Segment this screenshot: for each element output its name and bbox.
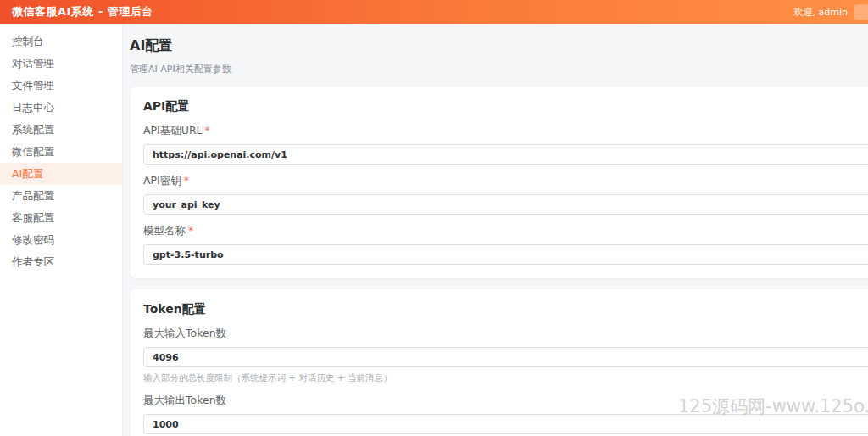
- sidebar-item-system-config[interactable]: 系统配置: [0, 119, 122, 141]
- model-name-input[interactable]: [143, 244, 868, 265]
- sidebar-item-author-zone[interactable]: 作者专区: [0, 251, 122, 273]
- welcome-text: 欢迎, admin: [794, 6, 848, 19]
- max-output-tokens-input[interactable]: [143, 414, 868, 434]
- required-asterisk: *: [205, 124, 210, 137]
- field-label: 最大输入Token数: [143, 327, 868, 341]
- sidebar-item-conversations[interactable]: 对话管理: [0, 53, 122, 75]
- api-config-card: API配置 API基础URL* API密钥* 模型名称*: [130, 87, 868, 278]
- required-asterisk: *: [188, 224, 193, 237]
- card-title-token-config: Token配置: [143, 302, 868, 317]
- max-input-tokens-input[interactable]: [143, 347, 868, 367]
- page-subtitle: 管理AI API相关配置参数: [130, 63, 868, 75]
- api-base-url-input[interactable]: [143, 144, 868, 165]
- field-api-base-url: API基础URL*: [143, 124, 868, 165]
- field-model-name: 模型名称*: [143, 224, 868, 265]
- card-title-api-config: API配置: [143, 99, 868, 115]
- token-config-card: Token配置 最大输入Token数 输入部分的总长度限制（系统提示词 + 对话…: [130, 289, 868, 436]
- sidebar-item-logs[interactable]: 日志中心: [0, 97, 122, 119]
- sidebar: 控制台 对话管理 文件管理 日志中心 系统配置 微信配置 AI配置 产品配置 客…: [0, 24, 123, 436]
- sidebar-item-change-password[interactable]: 修改密码: [0, 229, 122, 251]
- sidebar-item-service-config[interactable]: 客服配置: [0, 207, 122, 229]
- sidebar-item-files[interactable]: 文件管理: [0, 75, 122, 97]
- sidebar-item-ai-config[interactable]: AI配置: [0, 163, 122, 185]
- sidebar-item-wechat-config[interactable]: 微信配置: [0, 141, 122, 163]
- page-title: AI配置: [130, 37, 868, 55]
- sidebar-item-product-config[interactable]: 产品配置: [0, 185, 122, 207]
- app-title: 微信客服AI系统 - 管理后台: [12, 4, 153, 20]
- field-label: 最大输出Token数: [143, 394, 868, 408]
- field-help-text: 输入部分的总长度限制（系统提示词 + 对话历史 + 当前消息）: [143, 372, 868, 384]
- field-max-output-tokens: 最大输出Token数 AI回复的最大长度（与输入限制分开）: [143, 394, 868, 436]
- field-label: 模型名称*: [143, 224, 868, 238]
- field-label: API密钥*: [143, 174, 868, 188]
- main-content: AI配置 管理AI API相关配置参数 API配置 API基础URL* API密…: [123, 24, 868, 436]
- required-asterisk: *: [184, 174, 189, 187]
- api-key-input[interactable]: [143, 194, 868, 215]
- admin-page: 微信客服AI系统 - 管理后台 欢迎, admin 控制台 对话管理 文件管理 …: [0, 0, 868, 436]
- field-max-input-tokens: 最大输入Token数 输入部分的总长度限制（系统提示词 + 对话历史 + 当前消…: [143, 327, 868, 384]
- logout-button[interactable]: [854, 4, 868, 20]
- field-label: API基础URL*: [143, 124, 868, 138]
- top-bar: 微信客服AI系统 - 管理后台 欢迎, admin: [0, 0, 868, 24]
- field-api-key: API密钥*: [143, 174, 868, 215]
- sidebar-item-dashboard[interactable]: 控制台: [0, 31, 122, 53]
